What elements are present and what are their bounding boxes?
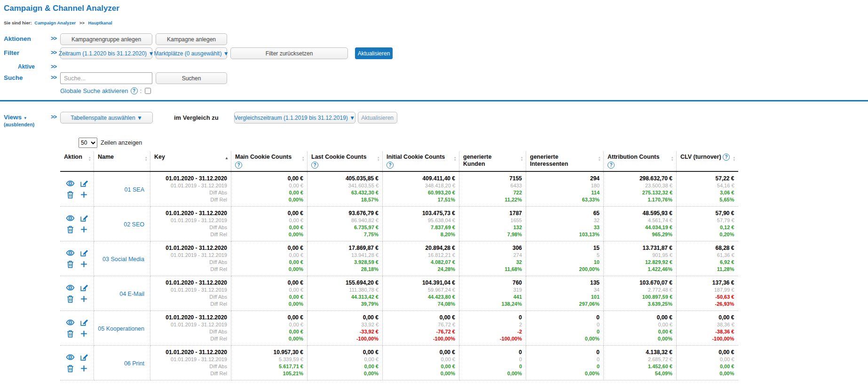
- metric-cell: 0000,00%: [526, 346, 604, 380]
- sort-ascending-icon[interactable]: ▲: [225, 156, 229, 160]
- edit-icon[interactable]: [79, 353, 88, 362]
- value-diff-rel: 0,00%: [311, 370, 379, 377]
- search-input[interactable]: [60, 72, 152, 84]
- add-icon[interactable]: [79, 329, 88, 338]
- edit-icon[interactable]: [79, 179, 88, 188]
- sort-icon[interactable]: ▲▼: [733, 156, 735, 161]
- campaign-name-link[interactable]: 04 E-Mail: [119, 291, 144, 297]
- help-icon[interactable]: ?: [387, 162, 394, 169]
- value-comparison: 4.561,74 €: [608, 217, 672, 224]
- search-label: Suche: [4, 74, 23, 81]
- campaign-table: Aktion▲▼Name▲▼Key▲Main Cookie Counts?▲▼L…: [60, 152, 738, 380]
- column-label: Key: [154, 154, 165, 160]
- column-header-last-cookie-counts[interactable]: Last Cookie Counts?▲▼: [308, 152, 383, 171]
- campaign-name-link[interactable]: 05 Kooperationen: [98, 325, 144, 332]
- sort-icon[interactable]: ▲▼: [454, 156, 457, 161]
- view-icon[interactable]: [66, 214, 75, 223]
- delete-icon[interactable]: [66, 190, 75, 199]
- views-toggle[interactable]: Views ▼: [4, 114, 34, 121]
- metric-cell: 103.475,73 €95.638,04 €7.837,69 €8,20%: [383, 207, 459, 241]
- value-diff-rel: -26,93%: [680, 301, 734, 308]
- help-icon[interactable]: ?: [311, 162, 318, 169]
- sort-icon[interactable]: ▲▼: [598, 156, 601, 161]
- delete-icon[interactable]: [66, 329, 75, 338]
- value-diff-abs: 0,00 €: [235, 224, 303, 231]
- view-icon[interactable]: [66, 353, 75, 362]
- add-icon[interactable]: [79, 225, 88, 234]
- help-icon[interactable]: ?: [235, 162, 242, 169]
- column-header-attribution-counts[interactable]: Attribution Counts?▲▼: [604, 152, 677, 171]
- help-icon[interactable]: ?: [608, 162, 615, 169]
- views-refresh-button[interactable]: Aktualisieren: [358, 112, 397, 124]
- delete-icon[interactable]: [66, 260, 75, 269]
- delete-icon[interactable]: [66, 294, 75, 303]
- sort-icon[interactable]: ▲▼: [521, 156, 523, 161]
- create-campaign-group-button[interactable]: Kampagnengruppe anlegen: [60, 33, 152, 45]
- edit-icon[interactable]: [79, 214, 88, 223]
- value-current: 7155: [463, 175, 522, 182]
- help-icon[interactable]: ?: [131, 87, 138, 94]
- reset-filter-button[interactable]: Filter zurücksetzen: [230, 47, 348, 59]
- view-icon[interactable]: [66, 179, 75, 188]
- value-current: 0: [530, 348, 600, 356]
- compare-period-dropdown[interactable]: Vergleichszeitraum (1.1.2019 bis 31.12.2…: [234, 112, 355, 124]
- views-collapse-link[interactable]: (ausblenden): [4, 122, 34, 127]
- global-search-checkbox[interactable]: [145, 88, 151, 94]
- value-comparison: 2.685,72 €: [608, 356, 672, 363]
- edit-icon[interactable]: [79, 248, 88, 257]
- value-diff-abs: 44.034,19 €: [608, 224, 672, 231]
- table-column-dropdown[interactable]: Tabellenspalte auswählen ▼: [60, 112, 153, 124]
- column-header-generierte-kunden[interactable]: generierteKunden▲▼: [459, 152, 526, 171]
- name-cell: 05 Kooperationen: [94, 311, 150, 346]
- view-icon[interactable]: [66, 248, 75, 257]
- value-comparison: 348.418,20 €: [387, 182, 455, 189]
- add-icon[interactable]: [79, 260, 88, 269]
- edit-icon[interactable]: [79, 283, 88, 292]
- refresh-button[interactable]: Aktualisieren: [355, 47, 393, 59]
- value-diff-rel: 103,13%: [530, 231, 600, 238]
- column-header-clv-turnover-[interactable]: CLV (turnover) ?▲▼: [677, 152, 738, 171]
- value-comparison: 6433: [463, 182, 522, 189]
- value-comparison: 274: [463, 252, 522, 259]
- sort-icon[interactable]: ▲▼: [145, 156, 148, 161]
- campaign-name-link[interactable]: 03 Social Media: [103, 256, 144, 263]
- global-search-row: Globale Suche aktivieren ? :: [60, 86, 868, 95]
- column-header-key[interactable]: Key▲: [150, 152, 231, 171]
- help-icon[interactable]: ?: [723, 154, 730, 161]
- column-header-aktion[interactable]: Aktion▲▼: [60, 152, 94, 171]
- column-header-main-cookie-counts[interactable]: Main Cookie Counts?▲▼: [231, 152, 308, 171]
- sort-icon[interactable]: ▲▼: [302, 156, 305, 161]
- metric-cell: 93.676,79 €86.940,82 €6.735,97 €7,75%: [308, 207, 383, 241]
- sort-icon[interactable]: ▲▼: [671, 156, 674, 161]
- campaign-name-link[interactable]: 01 SEA: [125, 186, 144, 193]
- key-current-period: 01.01.2020 - 31.12.2020: [154, 175, 227, 182]
- page-size-select[interactable]: 50: [79, 138, 97, 148]
- add-icon[interactable]: [79, 294, 88, 303]
- action-cell: [60, 207, 94, 241]
- period-dropdown[interactable]: Zeitraum (1.1.2020 bis 31.12.2020) ▼: [60, 47, 152, 59]
- sort-icon[interactable]: ▲▼: [88, 156, 91, 161]
- search-button[interactable]: Suchen: [156, 72, 227, 84]
- add-icon[interactable]: [79, 364, 88, 373]
- column-header-name[interactable]: Name▲▼: [94, 152, 150, 171]
- edit-icon[interactable]: [79, 318, 88, 327]
- view-icon[interactable]: [66, 283, 75, 292]
- sort-icon[interactable]: ▲▼: [377, 156, 380, 161]
- view-icon[interactable]: [66, 318, 75, 327]
- campaign-name-link[interactable]: 06 Print: [124, 360, 144, 367]
- value-diff-abs: -76,72 €: [387, 328, 455, 335]
- value-current: 4.138,32 €: [608, 348, 672, 356]
- delete-icon[interactable]: [66, 364, 75, 373]
- breadcrumb-link-campaign-analyzer[interactable]: Campaign Analyzer: [34, 20, 76, 25]
- column-header-generierte-interessenten[interactable]: generierteInteressenten▲▼: [526, 152, 604, 171]
- campaign-name-link[interactable]: 02 SEO: [124, 221, 144, 228]
- value-comparison: 32: [530, 217, 600, 224]
- breadcrumb-link-hauptkanal[interactable]: Hauptkanal: [88, 20, 112, 25]
- create-campaign-button[interactable]: Kampagne anlegen: [156, 33, 227, 45]
- value-comparison: 23.500,38 €: [608, 182, 672, 189]
- add-icon[interactable]: [79, 190, 88, 199]
- key-cell: 01.01.2020 - 31.12.202001.01.2019 - 31.1…: [150, 207, 231, 241]
- marketplace-dropdown[interactable]: Marktplätze (0 ausgewählt) ▼: [156, 47, 227, 59]
- delete-icon[interactable]: [66, 225, 75, 234]
- column-header-initial-cookie-counts[interactable]: Initial Cookie Counts?▲▼: [383, 152, 459, 171]
